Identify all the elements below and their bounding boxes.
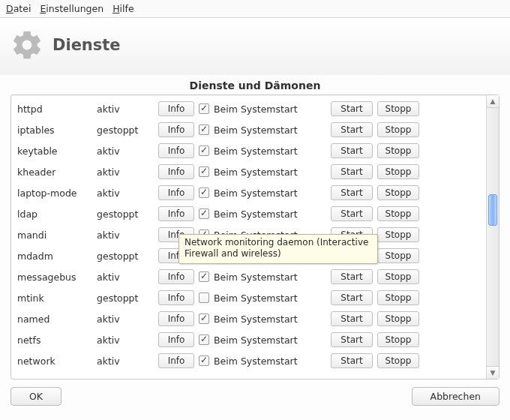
menu-file[interactable]: Datei xyxy=(6,3,31,14)
start-button[interactable]: Start xyxy=(331,332,373,347)
boot-checkbox[interactable] xyxy=(199,356,209,366)
start-button[interactable]: Start xyxy=(331,101,373,116)
start-button[interactable]: Start xyxy=(331,206,373,221)
service-name: mandi xyxy=(17,230,92,241)
service-name: httpd xyxy=(17,104,92,115)
stop-button[interactable]: Stopp xyxy=(377,101,419,116)
boot-checkbox-wrap[interactable]: Beim Systemstart xyxy=(199,146,326,157)
service-status: aktiv xyxy=(97,146,154,157)
ok-button[interactable]: OK xyxy=(10,387,62,406)
stop-button[interactable]: Stopp xyxy=(377,206,419,221)
boot-checkbox-wrap[interactable]: Beim Systemstart xyxy=(199,208,326,220)
service-row: laptop-modeaktivInfoBeim SystemstartStar… xyxy=(14,182,483,203)
start-button[interactable]: Start xyxy=(331,269,373,284)
service-row: mtinkgestopptInfoBeim SystemstartStartSt… xyxy=(14,287,483,308)
info-button[interactable]: Info xyxy=(158,353,194,368)
start-button[interactable]: Start xyxy=(331,290,373,305)
footer: OK Abbrechen xyxy=(0,380,510,413)
service-name: laptop-mode xyxy=(17,188,92,199)
boot-checkbox-wrap[interactable]: Beim Systemstart xyxy=(199,124,326,136)
boot-checkbox-wrap[interactable]: Beim Systemstart xyxy=(199,314,326,325)
boot-checkbox-wrap[interactable]: Beim Systemstart xyxy=(199,166,326,178)
stop-button[interactable]: Stopp xyxy=(377,248,419,263)
boot-checkbox[interactable] xyxy=(199,314,209,324)
stop-button[interactable]: Stopp xyxy=(377,311,419,326)
start-button[interactable]: Start xyxy=(331,353,373,368)
boot-label: Beim Systemstart xyxy=(214,334,298,346)
boot-checkbox[interactable] xyxy=(199,166,209,177)
stop-button[interactable]: Stopp xyxy=(377,164,419,179)
scroll-up-button[interactable]: ▲ xyxy=(487,95,499,108)
service-status: aktiv xyxy=(97,104,154,115)
scroll-down-button[interactable]: ▼ xyxy=(487,366,499,379)
service-status: aktiv xyxy=(97,314,154,325)
page-header: Dienste xyxy=(0,18,510,75)
info-button[interactable]: Info xyxy=(158,101,194,116)
info-button[interactable]: Info xyxy=(158,122,194,137)
boot-checkbox-wrap[interactable]: Beim Systemstart xyxy=(199,292,326,304)
boot-checkbox[interactable] xyxy=(199,124,209,135)
service-name: iptables xyxy=(17,124,92,136)
service-name: keytable xyxy=(17,146,92,157)
menu-settings[interactable]: Einstellungen xyxy=(40,3,104,14)
start-button[interactable]: Start xyxy=(331,185,373,200)
service-row: networkaktivInfoBeim SystemstartStartSto… xyxy=(14,350,483,371)
scroll-track[interactable] xyxy=(487,108,499,366)
boot-checkbox-wrap[interactable]: Beim Systemstart xyxy=(199,104,326,115)
boot-label: Beim Systemstart xyxy=(214,292,298,304)
service-name: mdadm xyxy=(17,250,92,262)
info-button[interactable]: Info xyxy=(158,143,194,158)
scroll-thumb[interactable] xyxy=(488,194,497,226)
service-status: gestoppt xyxy=(97,208,154,220)
stop-button[interactable]: Stopp xyxy=(377,269,419,284)
service-status: gestoppt xyxy=(97,250,154,262)
boot-checkbox-wrap[interactable]: Beim Systemstart xyxy=(199,272,326,283)
info-button[interactable]: Info xyxy=(158,311,194,326)
info-button[interactable]: Info xyxy=(158,332,194,347)
boot-label: Beim Systemstart xyxy=(214,208,298,220)
boot-checkbox[interactable] xyxy=(199,208,209,219)
stop-button[interactable]: Stopp xyxy=(377,143,419,158)
service-row: kheaderaktivInfoBeim SystemstartStartSto… xyxy=(14,161,483,182)
service-status: aktiv xyxy=(97,166,154,178)
boot-checkbox[interactable] xyxy=(199,272,209,282)
boot-checkbox[interactable] xyxy=(199,146,209,156)
service-name: kheader xyxy=(17,166,92,178)
boot-checkbox[interactable] xyxy=(199,334,209,345)
info-button[interactable]: Info xyxy=(158,206,194,221)
boot-checkbox-wrap[interactable]: Beim Systemstart xyxy=(199,334,326,346)
service-status: aktiv xyxy=(97,334,154,346)
cancel-button[interactable]: Abbrechen xyxy=(412,387,500,406)
stop-button[interactable]: Stopp xyxy=(377,185,419,200)
boot-label: Beim Systemstart xyxy=(214,188,298,199)
stop-button[interactable]: Stopp xyxy=(377,227,419,242)
stop-button[interactable]: Stopp xyxy=(377,290,419,305)
stop-button[interactable]: Stopp xyxy=(377,353,419,368)
info-button[interactable]: Info xyxy=(158,290,194,305)
service-status: gestoppt xyxy=(97,124,154,136)
start-button[interactable]: Start xyxy=(331,311,373,326)
boot-label: Beim Systemstart xyxy=(214,146,298,157)
boot-checkbox-wrap[interactable]: Beim Systemstart xyxy=(199,356,326,367)
start-button[interactable]: Start xyxy=(331,122,373,137)
boot-label: Beim Systemstart xyxy=(214,272,298,283)
boot-checkbox[interactable] xyxy=(199,188,209,198)
stop-button[interactable]: Stopp xyxy=(377,122,419,137)
stop-button[interactable]: Stopp xyxy=(377,332,419,347)
info-button[interactable]: Info xyxy=(158,164,194,179)
section-title: Dienste und Dämonen xyxy=(0,75,510,94)
start-button[interactable]: Start xyxy=(331,143,373,158)
info-button[interactable]: Info xyxy=(158,269,194,284)
service-row: iptablesgestopptInfoBeim SystemstartStar… xyxy=(14,119,483,140)
start-button[interactable]: Start xyxy=(331,164,373,179)
info-button[interactable]: Info xyxy=(158,185,194,200)
service-status: aktiv xyxy=(97,230,154,241)
boot-label: Beim Systemstart xyxy=(214,166,298,178)
boot-checkbox-wrap[interactable]: Beim Systemstart xyxy=(199,188,326,199)
boot-checkbox[interactable] xyxy=(199,104,209,114)
boot-checkbox[interactable] xyxy=(199,292,209,303)
service-row: ldapgestopptInfoBeim SystemstartStartSto… xyxy=(14,203,483,224)
scrollbar[interactable]: ▲ ▼ xyxy=(486,95,499,379)
boot-label: Beim Systemstart xyxy=(214,356,298,367)
menu-help[interactable]: Hilfe xyxy=(112,3,134,14)
